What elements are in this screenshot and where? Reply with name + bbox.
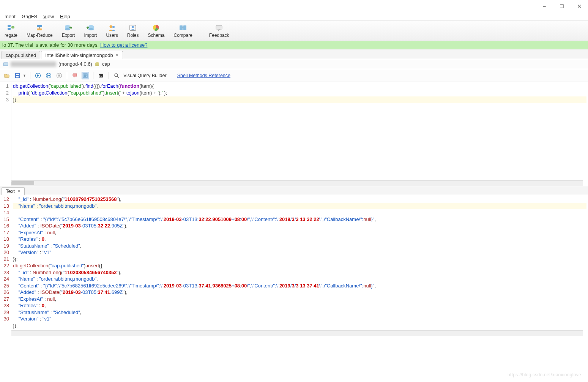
editor-gutter: 1 2 3 bbox=[0, 82, 11, 186]
minimize-button[interactable]: – bbox=[536, 0, 553, 12]
svg-rect-2 bbox=[11, 26, 14, 28]
map-reduce-button[interactable]: Map-Reduce bbox=[22, 21, 57, 41]
db-mr-icon bbox=[35, 24, 44, 32]
tab-cap-published[interactable]: cap.published bbox=[2, 51, 40, 59]
stop-icon[interactable] bbox=[55, 72, 63, 79]
svg-point-32 bbox=[115, 74, 118, 77]
aggregate-button[interactable]: regate bbox=[0, 21, 22, 41]
svg-rect-25 bbox=[16, 76, 19, 77]
menu-gridfs[interactable]: GridFS bbox=[19, 13, 40, 20]
svg-point-22 bbox=[95, 65, 99, 66]
document-tabs: cap.published IntelliShell: win-singlemo… bbox=[0, 49, 588, 59]
svg-rect-18 bbox=[216, 25, 222, 29]
svg-point-10 bbox=[88, 28, 94, 30]
save-icon[interactable] bbox=[14, 72, 21, 79]
svg-rect-0 bbox=[8, 25, 11, 27]
svg-rect-1 bbox=[8, 28, 11, 30]
editor-scrollbar[interactable] bbox=[11, 180, 583, 186]
svg-rect-4 bbox=[37, 28, 42, 30]
roles-button[interactable]: Roles bbox=[123, 21, 143, 41]
svg-rect-17 bbox=[183, 25, 186, 30]
menubar: ment GridFS View Help bbox=[0, 12, 588, 21]
shell-toolbar: ▼ Visual Query Builder Shell Methods Ref… bbox=[0, 69, 588, 82]
menu-document[interactable]: ment bbox=[2, 13, 19, 20]
save-dropdown-icon[interactable]: ▼ bbox=[23, 74, 26, 77]
mongod-version: (mongod-4.0.6) bbox=[58, 61, 92, 67]
users-button[interactable]: Users bbox=[101, 21, 122, 41]
trial-banner: io 3T. The trial is available for 30 mor… bbox=[0, 41, 588, 49]
license-link[interactable]: How to get a license? bbox=[100, 42, 147, 48]
roles-icon bbox=[129, 24, 137, 32]
db-agg-icon bbox=[7, 24, 15, 32]
raw-shell-icon[interactable] bbox=[97, 72, 105, 79]
feedback-icon bbox=[215, 24, 223, 32]
svg-rect-19 bbox=[3, 63, 8, 66]
db-name: cap bbox=[102, 61, 110, 67]
watermark: https://blog.csdn.net/xiaoxionglove bbox=[508, 372, 581, 377]
close-result-tab-icon[interactable]: ✕ bbox=[17, 189, 20, 194]
visual-query-builder-label[interactable]: Visual Query Builder bbox=[123, 73, 167, 78]
code-editor[interactable]: 1 2 3 db.getCollection('cap.published').… bbox=[0, 82, 588, 186]
results-code[interactable]: "_id" : NumberLong("1102079247510253568"… bbox=[11, 195, 588, 336]
schema-icon bbox=[152, 24, 160, 32]
db-import-icon bbox=[86, 24, 95, 32]
svg-rect-29 bbox=[58, 74, 60, 76]
close-button[interactable]: ✕ bbox=[571, 0, 588, 12]
query-assist-icon[interactable] bbox=[82, 72, 89, 79]
export-button[interactable]: Export bbox=[57, 21, 80, 41]
menu-help[interactable]: Help bbox=[57, 13, 73, 20]
open-file-icon[interactable] bbox=[3, 72, 11, 79]
close-tab-icon[interactable]: ✕ bbox=[115, 53, 119, 58]
tab-intellishell[interactable]: IntelliShell: win-singlemongodb ✕ bbox=[41, 51, 123, 59]
connection-context: (mongod-4.0.6) cap bbox=[0, 59, 588, 69]
db-export-icon bbox=[64, 24, 73, 32]
db-icon bbox=[95, 62, 100, 67]
import-button[interactable]: Import bbox=[79, 21, 101, 41]
result-tab-text[interactable]: Text ✕ bbox=[2, 187, 25, 195]
results-scrollbar[interactable] bbox=[11, 330, 583, 336]
main-toolbar: regate Map-Reduce Export Import Users Ro… bbox=[0, 21, 588, 41]
maximize-button[interactable]: ☐ bbox=[553, 0, 571, 12]
run-all-icon[interactable] bbox=[45, 72, 52, 79]
result-tabs: Text ✕ bbox=[0, 186, 588, 195]
svg-rect-16 bbox=[180, 25, 183, 30]
feedback-button[interactable]: Feedback bbox=[205, 21, 234, 41]
compare-icon bbox=[179, 24, 187, 32]
svg-rect-3 bbox=[37, 25, 42, 27]
run-icon[interactable] bbox=[34, 72, 42, 79]
svg-point-11 bbox=[110, 25, 112, 28]
menu-view[interactable]: View bbox=[40, 13, 57, 20]
users-icon bbox=[108, 24, 116, 32]
search-icon[interactable] bbox=[113, 72, 120, 79]
titlebar: – ☐ ✕ bbox=[0, 0, 588, 12]
svg-point-7 bbox=[65, 28, 70, 30]
results-panel[interactable]: 12131415161718192021222324252627282930 "… bbox=[0, 195, 588, 336]
compare-button[interactable]: Compare bbox=[169, 21, 197, 41]
server-name-blurred bbox=[11, 62, 56, 67]
results-gutter: 12131415161718192021222324252627282930 bbox=[0, 195, 11, 336]
trial-text: io 3T. The trial is available for 30 mor… bbox=[2, 42, 99, 48]
server-icon bbox=[3, 62, 8, 67]
shell-methods-reference-link[interactable]: Shell Methods Reference bbox=[177, 73, 230, 78]
svg-point-14 bbox=[132, 26, 134, 28]
svg-rect-24 bbox=[16, 74, 19, 75]
autocomplete-icon[interactable] bbox=[71, 72, 79, 79]
schema-button[interactable]: Schema bbox=[143, 21, 169, 41]
svg-point-12 bbox=[112, 26, 115, 28]
editor-code[interactable]: db.getCollection('cap.published').find({… bbox=[11, 82, 588, 186]
